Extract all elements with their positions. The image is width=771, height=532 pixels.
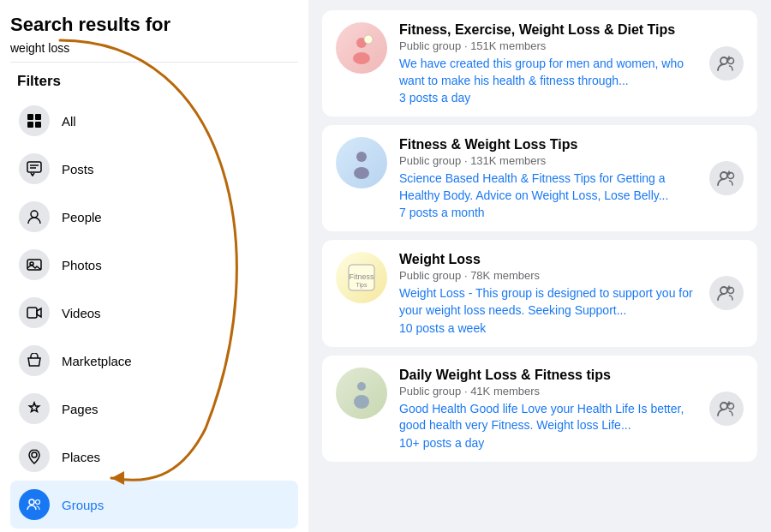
filter-places[interactable]: Places xyxy=(10,433,298,481)
svg-point-17 xyxy=(364,35,373,44)
result-desc-3: Weight Loss - This group is designed to … xyxy=(399,285,697,319)
svg-rect-4 xyxy=(27,162,41,172)
people-icon xyxy=(19,201,50,232)
result-activity-2: 7 posts a month xyxy=(399,206,697,219)
svg-rect-3 xyxy=(35,122,41,128)
search-query-display: weight loss xyxy=(10,41,298,63)
svg-point-35 xyxy=(357,382,366,391)
filter-all-label: All xyxy=(62,114,76,129)
filter-posts[interactable]: Posts xyxy=(10,145,298,193)
result-desc-1: We have created this group for men and w… xyxy=(399,56,697,89)
sidebar: Search results for weight loss Filters A… xyxy=(0,0,308,532)
svg-point-24 xyxy=(720,172,727,179)
result-name-1: Fitness, Exercise, Weight Loss & Diet Ti… xyxy=(399,22,697,38)
result-meta-3: Public group · 78K members xyxy=(399,269,697,282)
marketplace-icon xyxy=(19,345,50,376)
filter-people[interactable]: People xyxy=(10,193,298,241)
filter-videos[interactable]: Videos xyxy=(10,289,298,337)
filter-videos-label: Videos xyxy=(62,306,101,320)
svg-point-37 xyxy=(720,403,727,409)
filter-photos[interactable]: Photos xyxy=(10,241,298,289)
filters-label: Filters xyxy=(10,73,298,90)
filter-photos-label: Photos xyxy=(62,258,102,272)
svg-rect-0 xyxy=(27,114,33,120)
join-button-4[interactable] xyxy=(709,392,744,426)
all-icon xyxy=(19,105,50,136)
videos-icon xyxy=(19,297,50,328)
filter-groups[interactable]: Groups xyxy=(10,481,298,529)
filter-marketplace-label: Marketplace xyxy=(62,354,132,368)
svg-point-36 xyxy=(354,395,369,409)
filter-places-label: Places xyxy=(62,450,100,464)
result-desc-4: Good Health Good life Love your Health L… xyxy=(399,401,697,434)
result-meta-1: Public group · 151K members xyxy=(399,39,697,52)
svg-point-23 xyxy=(354,167,369,179)
result-avatar-3: Fitness Tips xyxy=(336,252,387,303)
search-results: Fitness, Exercise, Weight Loss & Diet Ti… xyxy=(308,0,771,532)
page-title: Search results for xyxy=(10,14,298,36)
result-activity-4: 10+ posts a day xyxy=(399,436,697,450)
svg-point-12 xyxy=(29,499,34,505)
result-card-2: Fitness & Weight Loss Tips Public group … xyxy=(322,125,757,231)
svg-text:Fitness: Fitness xyxy=(349,272,374,281)
svg-rect-2 xyxy=(27,122,33,128)
result-avatar-1 xyxy=(336,22,387,74)
result-body-4: Daily Weight Loss & Fitness tips Public … xyxy=(399,368,697,450)
svg-point-18 xyxy=(720,57,727,64)
result-body-3: Weight Loss Public group · 78K members W… xyxy=(399,252,697,334)
places-icon xyxy=(19,441,50,472)
filter-all[interactable]: All xyxy=(10,97,298,145)
result-card-4: Daily Weight Loss & Fitness tips Public … xyxy=(322,356,757,462)
result-desc-2: Science Based Health & Fitness Tips for … xyxy=(399,170,697,204)
svg-point-13 xyxy=(36,500,40,505)
svg-text:Tips: Tips xyxy=(356,282,368,289)
filter-posts-label: Posts xyxy=(62,162,94,176)
svg-point-16 xyxy=(353,52,370,64)
filter-pages[interactable]: Pages xyxy=(10,385,298,433)
result-activity-3: 10 posts a week xyxy=(399,321,697,335)
result-name-3: Weight Loss xyxy=(399,252,697,267)
result-name-4: Daily Weight Loss & Fitness tips xyxy=(399,368,697,383)
result-avatar-2 xyxy=(336,137,387,188)
groups-icon xyxy=(19,489,50,520)
svg-rect-10 xyxy=(27,308,37,318)
result-body-1: Fitness, Exercise, Weight Loss & Diet Ti… xyxy=(399,22,697,105)
posts-icon xyxy=(19,153,50,184)
filter-groups-label: Groups xyxy=(62,498,104,512)
svg-point-22 xyxy=(356,152,367,162)
filter-people-label: People xyxy=(62,210,102,224)
result-activity-1: 3 posts a day xyxy=(399,91,697,105)
pages-icon xyxy=(19,393,50,424)
result-meta-4: Public group · 41K members xyxy=(399,385,697,398)
result-card-3: Fitness Tips Weight Loss Public group · … xyxy=(322,240,757,346)
filter-pages-label: Pages xyxy=(62,402,99,416)
result-name-2: Fitness & Weight Loss Tips xyxy=(399,137,697,152)
join-button-3[interactable] xyxy=(709,276,744,310)
result-card-1: Fitness, Exercise, Weight Loss & Diet Ti… xyxy=(322,10,757,117)
photos-icon xyxy=(19,249,50,280)
result-meta-2: Public group · 131K members xyxy=(399,154,697,167)
svg-point-11 xyxy=(32,452,37,457)
join-button-1[interactable] xyxy=(709,46,744,81)
svg-rect-1 xyxy=(35,114,41,120)
join-button-2[interactable] xyxy=(709,161,744,195)
result-avatar-4 xyxy=(336,368,387,419)
svg-point-7 xyxy=(31,211,38,218)
filter-marketplace[interactable]: Marketplace xyxy=(10,337,298,385)
svg-point-31 xyxy=(720,287,727,294)
result-body-2: Fitness & Weight Loss Tips Public group … xyxy=(399,137,697,219)
